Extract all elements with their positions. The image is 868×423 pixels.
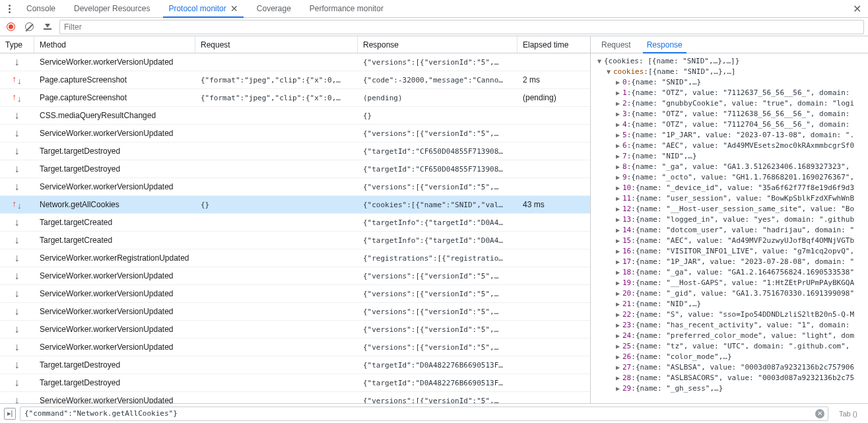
- send-command-button[interactable]: ▸|: [4, 408, 16, 420]
- th-time[interactable]: Elapsed time: [517, 36, 590, 53]
- tree-row[interactable]: 14: {name: "dotcom_user", value: "hadrij…: [597, 225, 865, 236]
- table-row[interactable]: ↓Target.targetDestroyed{"targetId":"D0A4…: [0, 356, 590, 374]
- table-row[interactable]: ↑↓Page.captureScreenshot{"format":"jpeg"…: [0, 89, 590, 107]
- panel-tab[interactable]: Console: [17, 0, 65, 17]
- disclosure-icon[interactable]: [616, 341, 622, 352]
- disclosure-icon[interactable]: [616, 288, 622, 299]
- disclosure-icon[interactable]: [616, 362, 622, 373]
- th-request[interactable]: Request: [195, 36, 358, 53]
- tree-row[interactable]: 17: {name: "1P_JAR", value: "2023-07-28-…: [597, 257, 865, 267]
- json-tree[interactable]: {cookies: [{name: "SNID",…},…]}cookies: …: [591, 53, 868, 403]
- tree-row[interactable]: 23: {name: "has_recent_activity", value:…: [597, 320, 865, 331]
- tree-row[interactable]: 7: {name: "NID",…}: [597, 151, 865, 162]
- tab-response[interactable]: Response: [640, 36, 689, 53]
- tab-request[interactable]: Request: [595, 36, 638, 53]
- table-row[interactable]: ↓ServiceWorker.workerVersionUpdated{"ver…: [0, 339, 590, 356]
- tree-row[interactable]: 28: {name: "ASLBSACORS", value: "0003d08…: [597, 373, 865, 383]
- table-row[interactable]: ↓ServiceWorker.workerVersionUpdated{"ver…: [0, 392, 590, 403]
- disclosure-icon[interactable]: [616, 98, 622, 109]
- disclosure-icon[interactable]: [616, 141, 622, 151]
- disclosure-icon[interactable]: [616, 383, 622, 394]
- disclosure-icon[interactable]: [616, 130, 622, 141]
- close-panel-icon[interactable]: ✕: [848, 3, 865, 15]
- tree-row[interactable]: 8: {name: "_ga", value: "GA1.3.512623406…: [597, 162, 865, 172]
- disclosure-icon[interactable]: [616, 109, 622, 119]
- disclosure-icon[interactable]: [616, 320, 622, 331]
- table-row[interactable]: ↓ServiceWorker.workerVersionUpdated{"ver…: [0, 267, 590, 285]
- save-button[interactable]: [41, 20, 54, 34]
- disclosure-icon[interactable]: [616, 204, 622, 214]
- th-type[interactable]: Type: [0, 36, 34, 53]
- clear-button[interactable]: [22, 20, 36, 34]
- tree-row[interactable]: 20: {name: "_gid", value: "GA1.3.7516703…: [597, 288, 865, 299]
- disclosure-icon[interactable]: [616, 373, 622, 383]
- disclosure-icon[interactable]: [616, 267, 622, 278]
- tree-row[interactable]: cookies: [{name: "SNID",…},…]: [597, 67, 865, 77]
- filter-input[interactable]: [59, 20, 864, 34]
- disclosure-icon[interactable]: [616, 77, 622, 88]
- disclosure-icon[interactable]: [616, 236, 622, 246]
- disclosure-icon[interactable]: [616, 88, 622, 98]
- tree-row[interactable]: 0: {name: "SNID",…}: [597, 77, 865, 88]
- disclosure-icon[interactable]: [616, 119, 622, 130]
- disclosure-icon[interactable]: [597, 56, 604, 67]
- tree-row[interactable]: 25: {name: "tz", value: "UTC", domain: "…: [597, 341, 865, 352]
- disclosure-icon[interactable]: [616, 299, 622, 309]
- tree-row[interactable]: 13: {name: "logged_in", value: "yes", do…: [597, 214, 865, 225]
- tree-row[interactable]: 26: {name: "color_mode",…}: [597, 352, 865, 362]
- command-input[interactable]: [20, 407, 828, 421]
- more-menu-icon[interactable]: [3, 0, 16, 17]
- tree-row[interactable]: 24: {name: "preferred_color_mode", value…: [597, 331, 865, 341]
- table-row[interactable]: ↓Target.targetCreated{"targetInfo":{"tar…: [0, 232, 590, 249]
- record-button[interactable]: [4, 20, 17, 34]
- tree-row[interactable]: 27: {name: "ASLBSA", value: "0003d087a92…: [597, 362, 865, 373]
- tree-row[interactable]: 3: {name: "OTZ", value: "7112638_56_56__…: [597, 109, 865, 119]
- disclosure-icon[interactable]: [616, 331, 622, 341]
- panel-tab[interactable]: Coverage: [248, 0, 300, 17]
- th-response[interactable]: Response: [358, 36, 517, 53]
- table-row[interactable]: ↓ServiceWorker.workerVersionUpdated{"ver…: [0, 178, 590, 196]
- tree-row[interactable]: 11: {name: "user_session", value: "BowKp…: [597, 193, 865, 204]
- th-method[interactable]: Method: [34, 36, 195, 53]
- tree-row[interactable]: 21: {name: "NID",…}: [597, 299, 865, 309]
- tree-row[interactable]: 4: {name: "OTZ", value: "7112704_56_56__…: [597, 119, 865, 130]
- disclosure-icon[interactable]: [616, 172, 622, 183]
- disclosure-icon[interactable]: [607, 67, 613, 77]
- disclosure-icon[interactable]: [616, 246, 622, 257]
- panel-tab[interactable]: Protocol monitor✕: [159, 0, 247, 17]
- table-row[interactable]: ↑↓Network.getAllCookies{}{"cookies":[{"n…: [0, 196, 590, 214]
- table-row[interactable]: ↓ServiceWorker.workerVersionUpdated{"ver…: [0, 303, 590, 321]
- disclosure-icon[interactable]: [616, 352, 622, 362]
- table-row[interactable]: ↓CSS.mediaQueryResultChanged{}: [0, 107, 590, 125]
- disclosure-icon[interactable]: [616, 151, 622, 162]
- disclosure-icon[interactable]: [616, 257, 622, 267]
- tree-row[interactable]: 2: {name: "gnubbyCookie", value: "true",…: [597, 98, 865, 109]
- clear-command-icon[interactable]: ✕: [815, 409, 824, 418]
- tree-row[interactable]: 22: {name: "S", value: "sso=Ipo54DDNDLzl…: [597, 309, 865, 320]
- table-row[interactable]: ↓ServiceWorker.workerVersionUpdated{"ver…: [0, 285, 590, 303]
- tree-row[interactable]: 10: {name: "_device_id", value: "35a6f62…: [597, 183, 865, 193]
- tree-row[interactable]: 5: {name: "1P_JAR", value: "2023-07-13-0…: [597, 130, 865, 141]
- panel-tab[interactable]: Developer Resources: [65, 0, 159, 17]
- disclosure-icon[interactable]: [616, 162, 622, 172]
- panel-tab[interactable]: Performance monitor: [300, 0, 393, 17]
- table-body[interactable]: ↓ServiceWorker.workerVersionUpdated{"ver…: [0, 53, 590, 403]
- tree-row[interactable]: 18: {name: "_ga", value: "GA1.2.16467568…: [597, 267, 865, 278]
- disclosure-icon[interactable]: [616, 225, 622, 236]
- disclosure-icon[interactable]: [616, 278, 622, 288]
- table-row[interactable]: ↓ServiceWorker.workerVersionUpdated{"ver…: [0, 53, 590, 71]
- tree-row[interactable]: 19: {name: "__Host-GAPS", value: "1:HtZE…: [597, 278, 865, 288]
- tree-row[interactable]: 29: {name: "_gh_sess",…}: [597, 383, 865, 394]
- table-row[interactable]: ↑↓Page.captureScreenshot{"format":"jpeg"…: [0, 71, 590, 89]
- tree-row[interactable]: 16: {name: "VISITOR_INFO1_LIVE", value: …: [597, 246, 865, 257]
- table-row[interactable]: ↓ServiceWorker.workerVersionUpdated{"ver…: [0, 321, 590, 339]
- tree-row[interactable]: 15: {name: "AEC", value: "Ad49MVF2uzwyUJ…: [597, 236, 865, 246]
- tree-row[interactable]: 1: {name: "OTZ", value: "7112637_56_56__…: [597, 88, 865, 98]
- disclosure-icon[interactable]: [616, 214, 622, 225]
- table-row[interactable]: ↓Target.targetDestroyed{"targetId":"D0A4…: [0, 374, 590, 392]
- disclosure-icon[interactable]: [616, 193, 622, 204]
- disclosure-icon[interactable]: [616, 309, 622, 320]
- table-row[interactable]: ↓Target.targetDestroyed{"targetId":"CF65…: [0, 160, 590, 178]
- close-tab-icon[interactable]: ✕: [230, 4, 238, 13]
- tree-row[interactable]: 9: {name: "_octo", value: "GH1.1.7686820…: [597, 172, 865, 183]
